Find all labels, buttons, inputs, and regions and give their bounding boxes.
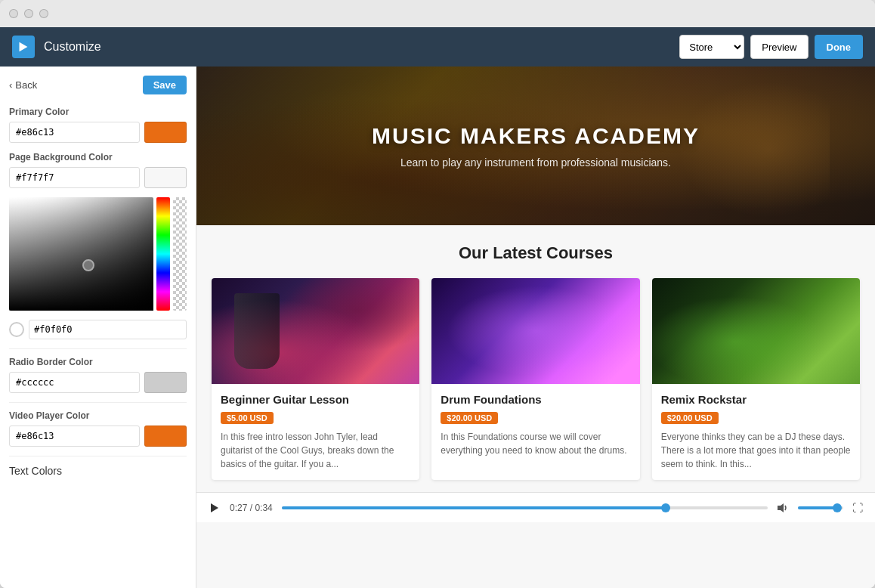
video-player-bar: 0:27 / 0:34 ⛶ [196,492,875,522]
hero-decoration [679,82,830,218]
logo-icon [17,40,30,54]
text-colors-label: Text Colors [9,465,62,477]
course-title-dj: Remix Rockstar [661,393,851,406]
course-thumb-drum [431,278,639,384]
fullscreen-icon[interactable]: ⛶ [852,502,863,514]
app-title: Customize [44,40,101,54]
primary-color-input[interactable] [9,122,140,143]
course-thumb-dj [652,278,860,384]
divider-3 [9,456,187,456]
svg-marker-3 [778,503,784,512]
page-bg-color-row [9,167,187,188]
color-picker [9,197,187,339]
back-label: Back [15,79,37,91]
page-bg-color-input[interactable] [9,167,140,188]
course-card-guitar[interactable]: Beginner Guitar Lesson $5.00 USD In this… [212,278,419,480]
time-display: 0:27 / 0:34 [230,503,273,513]
video-progress-bar[interactable] [282,506,768,509]
volume-icon[interactable] [777,502,789,514]
progress-fill [282,506,666,509]
title-bar [0,0,875,27]
minimize-button[interactable] [24,9,33,18]
course-price-guitar: $5.00 USD [221,412,274,424]
time-current: 0:27 [230,503,247,513]
primary-color-swatch[interactable] [144,122,187,143]
volume-fill [798,506,836,509]
color-picker-thumb[interactable] [82,259,94,271]
progress-thumb[interactable] [661,503,670,512]
course-desc-guitar: In this free intro lesson John Tyler, le… [221,430,410,471]
course-price-dj: $20.00 USD [661,412,719,424]
close-button[interactable] [9,9,18,18]
courses-section: Our Latest Courses Beginner Guitar Lesso… [196,225,875,492]
volume-thumb[interactable] [833,503,842,512]
alpha-slider[interactable] [173,197,187,311]
picker-bottom [9,320,187,339]
radio-border-row [9,372,187,393]
course-price-drum: $20.00 USD [441,412,498,424]
course-body-drum: Drum Foundations $20.00 USD In this Foun… [431,384,639,466]
picker-hex-input[interactable] [29,320,187,339]
course-card-drum[interactable]: Drum Foundations $20.00 USD In this Foun… [431,278,639,480]
preview-button[interactable]: Preview [750,35,808,59]
primary-color-row [9,122,187,143]
play-button[interactable] [209,502,221,514]
app-logo [12,36,35,58]
hero-title: MUSIC MAKERS ACADEMY [372,123,700,149]
course-body-guitar: Beginner Guitar Lesson $5.00 USD In this… [212,384,419,480]
maximize-button[interactable] [39,9,48,18]
sidebar-top-bar: ‹ Back Save [9,76,187,94]
save-button[interactable]: Save [143,76,187,94]
sidebar: ‹ Back Save Primary Color Page Backgroun… [0,67,196,588]
time-total: 0:34 [255,503,272,513]
divider-1 [9,348,187,349]
course-desc-drum: In this Foundations course we will cover… [441,430,630,457]
store-select[interactable]: Store [679,35,744,59]
app-header: Customize Store Preview Done [0,27,875,67]
courses-heading: Our Latest Courses [212,243,860,263]
svg-marker-2 [211,503,218,512]
video-player-input[interactable] [9,426,140,447]
color-circle-preview [9,322,24,337]
radio-border-input[interactable] [9,372,140,393]
color-gradient-picker[interactable] [9,197,153,311]
courses-grid: Beginner Guitar Lesson $5.00 USD In this… [212,278,860,480]
course-thumb-guitar [212,278,419,384]
main-area: ‹ Back Save Primary Color Page Backgroun… [0,67,875,588]
course-desc-dj: Everyone thinks they can be a DJ these d… [661,430,851,471]
page-bg-color-label: Page Background Color [9,152,187,162]
video-player-label: Video Player Color [9,410,187,421]
hero-subtitle: Learn to play any instrument from profes… [400,156,671,169]
video-player-row [9,426,187,447]
radio-border-swatch[interactable] [144,372,187,393]
primary-color-label: Primary Color [9,107,187,117]
divider-2 [9,402,187,403]
course-title-drum: Drum Foundations [441,393,630,406]
page-bg-color-swatch[interactable] [144,167,187,188]
course-body-dj: Remix Rockstar $20.00 USD Everyone think… [652,384,860,480]
hero-banner: MUSIC MAKERS ACADEMY Learn to play any i… [196,67,875,225]
preview-area: MUSIC MAKERS ACADEMY Learn to play any i… [196,67,875,588]
guitar-silhouette [234,293,280,369]
volume-bar[interactable] [798,506,843,509]
chevron-left-icon: ‹ [9,79,12,91]
video-player-swatch[interactable] [144,426,187,447]
radio-border-label: Radio Border Color [9,357,187,367]
back-link[interactable]: ‹ Back [9,79,37,91]
header-actions: Store Preview Done [679,35,863,59]
hue-slider[interactable] [156,197,170,311]
done-button[interactable]: Done [815,35,864,59]
course-card-dj[interactable]: Remix Rockstar $20.00 USD Everyone think… [652,278,860,480]
text-colors-section: Text Colors [9,464,187,478]
course-title-guitar: Beginner Guitar Lesson [221,393,410,406]
